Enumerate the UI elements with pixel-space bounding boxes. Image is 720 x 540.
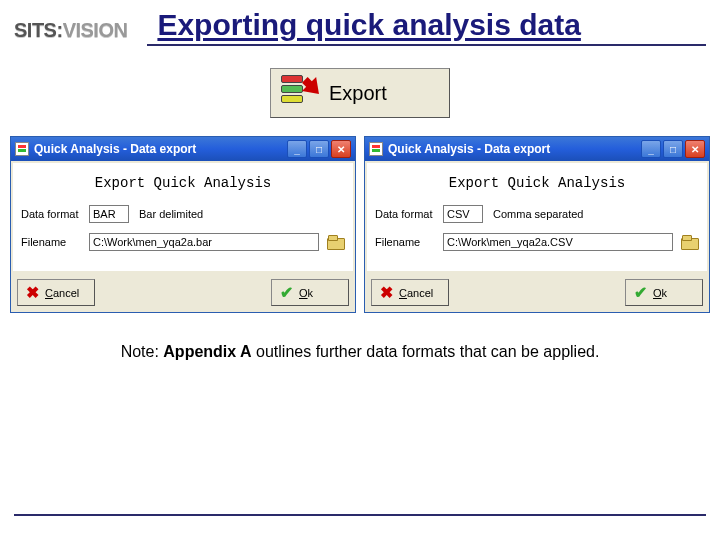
maximize-button[interactable]: □ — [309, 140, 329, 158]
ok-label: Ok — [653, 287, 667, 299]
dialog-export-csv: Quick Analysis - Data export _ □ ✕ Expor… — [364, 136, 710, 313]
data-format-field[interactable] — [89, 205, 129, 223]
ok-label: Ok — [299, 287, 313, 299]
dialog-export-bar: Quick Analysis - Data export _ □ ✕ Expor… — [10, 136, 356, 313]
close-button[interactable]: ✕ — [331, 140, 351, 158]
cancel-icon: ✖ — [26, 283, 39, 302]
cancel-icon: ✖ — [380, 283, 393, 302]
ok-icon: ✔ — [634, 283, 647, 302]
filename-field[interactable] — [443, 233, 673, 251]
dialog-heading: Export Quick Analysis — [21, 175, 345, 191]
minimize-button[interactable]: _ — [287, 140, 307, 158]
maximize-button[interactable]: □ — [663, 140, 683, 158]
close-button[interactable]: ✕ — [685, 140, 705, 158]
data-format-field[interactable] — [443, 205, 483, 223]
cancel-label: Cancel — [45, 287, 79, 299]
footer-rule — [14, 514, 706, 516]
data-format-description: Comma separated — [493, 208, 584, 220]
export-button-label: Export — [329, 82, 387, 105]
ok-icon: ✔ — [280, 283, 293, 302]
app-icon — [15, 142, 29, 156]
title-rule: Exporting quick analysis data — [147, 8, 706, 46]
filename-label: Filename — [21, 236, 85, 248]
window-title: Quick Analysis - Data export — [34, 142, 196, 156]
export-icon — [279, 73, 319, 113]
ok-button[interactable]: ✔ Ok — [271, 279, 349, 306]
data-format-label: Data format — [375, 208, 439, 220]
minimize-button[interactable]: _ — [641, 140, 661, 158]
ok-button[interactable]: ✔ Ok — [625, 279, 703, 306]
data-format-description: Bar delimited — [139, 208, 203, 220]
export-button[interactable]: Export — [270, 68, 450, 118]
window-title: Quick Analysis - Data export — [388, 142, 550, 156]
app-icon — [369, 142, 383, 156]
data-format-label: Data format — [21, 208, 85, 220]
page-title: Exporting quick analysis data — [157, 8, 580, 41]
logo: SITS:VISION — [14, 19, 127, 42]
filename-label: Filename — [375, 236, 439, 248]
titlebar[interactable]: Quick Analysis - Data export _ □ ✕ — [365, 137, 709, 161]
browse-icon[interactable] — [327, 234, 345, 250]
dialog-heading: Export Quick Analysis — [375, 175, 699, 191]
cancel-button[interactable]: ✖ Cancel — [371, 279, 449, 306]
cancel-button[interactable]: ✖ Cancel — [17, 279, 95, 306]
titlebar[interactable]: Quick Analysis - Data export _ □ ✕ — [11, 137, 355, 161]
browse-icon[interactable] — [681, 234, 699, 250]
filename-field[interactable] — [89, 233, 319, 251]
footnote: Note: Appendix A outlines further data f… — [0, 343, 720, 361]
cancel-label: Cancel — [399, 287, 433, 299]
